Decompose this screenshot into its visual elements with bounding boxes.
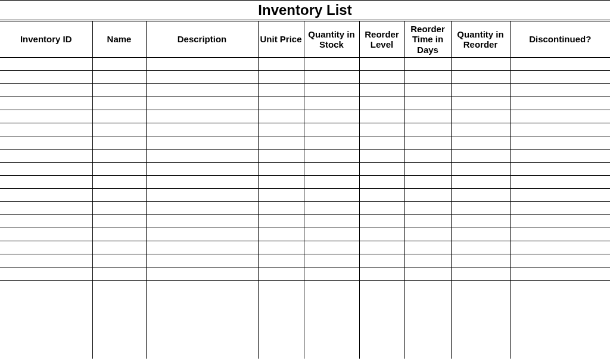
cell[interactable] [0,97,92,110]
cell[interactable] [404,149,451,162]
cell[interactable] [304,57,359,70]
cell[interactable] [258,175,304,188]
cell[interactable] [304,188,359,201]
cell[interactable] [0,280,92,293]
cell[interactable] [510,83,610,97]
cell[interactable] [451,201,510,214]
cell[interactable] [510,267,610,280]
cell[interactable] [510,149,610,162]
cell[interactable] [451,175,510,188]
cell[interactable] [359,293,404,306]
cell[interactable] [0,332,92,346]
cell[interactable] [92,267,146,280]
cell[interactable] [404,57,451,70]
cell[interactable] [258,346,304,359]
cell[interactable] [146,175,258,188]
cell[interactable] [0,293,92,306]
cell[interactable] [510,293,610,306]
cell[interactable] [0,110,92,123]
cell[interactable] [451,293,510,306]
cell[interactable] [404,83,451,97]
cell[interactable] [146,267,258,280]
cell[interactable] [92,70,146,83]
cell[interactable] [0,254,92,267]
cell[interactable] [359,110,404,123]
cell[interactable] [146,83,258,97]
cell[interactable] [146,254,258,267]
cell[interactable] [92,110,146,123]
cell[interactable] [304,280,359,293]
cell[interactable] [146,188,258,201]
cell[interactable] [359,175,404,188]
cell[interactable] [0,123,92,136]
cell[interactable] [0,83,92,97]
cell[interactable] [404,280,451,293]
cell[interactable] [92,214,146,228]
cell[interactable] [359,149,404,162]
cell[interactable] [0,57,92,70]
cell[interactable] [304,162,359,175]
cell[interactable] [146,332,258,346]
cell[interactable] [451,136,510,149]
cell[interactable] [404,267,451,280]
cell[interactable] [92,188,146,201]
cell[interactable] [304,332,359,346]
cell[interactable] [404,162,451,175]
cell[interactable] [359,162,404,175]
cell[interactable] [451,123,510,136]
cell[interactable] [258,123,304,136]
cell[interactable] [510,319,610,332]
cell[interactable] [92,241,146,254]
cell[interactable] [451,149,510,162]
cell[interactable] [0,70,92,83]
cell[interactable] [304,346,359,359]
cell[interactable] [451,110,510,123]
cell[interactable] [304,228,359,241]
cell[interactable] [359,267,404,280]
cell[interactable] [510,97,610,110]
cell[interactable] [304,136,359,149]
cell[interactable] [258,332,304,346]
cell[interactable] [0,228,92,241]
cell[interactable] [0,306,92,319]
cell[interactable] [359,83,404,97]
cell[interactable] [404,293,451,306]
cell[interactable] [92,57,146,70]
cell[interactable] [359,228,404,241]
cell[interactable] [258,280,304,293]
cell[interactable] [510,123,610,136]
cell[interactable] [304,70,359,83]
cell[interactable] [146,241,258,254]
cell[interactable] [146,162,258,175]
cell[interactable] [92,123,146,136]
cell[interactable] [304,319,359,332]
cell[interactable] [359,214,404,228]
cell[interactable] [146,280,258,293]
cell[interactable] [404,214,451,228]
cell[interactable] [510,57,610,70]
cell[interactable] [510,110,610,123]
cell[interactable] [404,136,451,149]
cell[interactable] [258,83,304,97]
cell[interactable] [359,123,404,136]
cell[interactable] [510,214,610,228]
cell[interactable] [304,306,359,319]
cell[interactable] [510,346,610,359]
cell[interactable] [146,346,258,359]
cell[interactable] [451,346,510,359]
cell[interactable] [404,254,451,267]
cell[interactable] [510,306,610,319]
cell[interactable] [451,332,510,346]
cell[interactable] [451,228,510,241]
cell[interactable] [92,306,146,319]
cell[interactable] [451,319,510,332]
cell[interactable] [258,149,304,162]
cell[interactable] [510,280,610,293]
cell[interactable] [510,241,610,254]
cell[interactable] [92,280,146,293]
cell[interactable] [359,306,404,319]
cell[interactable] [146,214,258,228]
cell[interactable] [146,123,258,136]
cell[interactable] [258,162,304,175]
cell[interactable] [451,70,510,83]
